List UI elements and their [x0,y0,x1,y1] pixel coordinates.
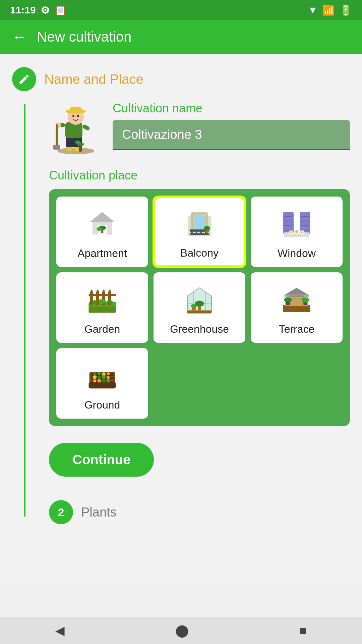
main-content: Name and Place [0,54,362,584]
svg-point-90 [93,372,97,375]
bottom-step-label: Plants [81,505,117,520]
garden-icon [87,285,117,320]
place-balcony[interactable]: Balcony [154,197,245,267]
pencil-icon [18,73,30,85]
status-time: 11:19 [10,4,36,16]
nav-bar: ◀ ⬤ ■ [0,617,362,644]
battery-icon: 🔋 [340,4,352,16]
svg-point-63 [92,300,98,304]
garden-label: Garden [84,323,120,335]
status-right: ▼ 📶 🔋 [308,4,352,16]
svg-point-17 [75,141,80,144]
svg-marker-60 [102,289,105,292]
step-circle-2: 2 [49,500,73,524]
svg-point-34 [204,226,210,231]
svg-point-42 [295,230,298,233]
cultivation-place-grid: Apartment [49,189,350,426]
balcony-icon [184,209,215,244]
ground-label: Ground [84,399,120,411]
svg-rect-9 [53,145,60,150]
step-row: Name and Place [12,67,350,91]
nav-recent-button[interactable]: ■ [299,624,307,638]
svg-marker-77 [284,288,310,296]
svg-marker-56 [90,289,93,292]
svg-rect-85 [289,296,304,299]
status-bar: 11:19 ⚙ 📋 ▼ 📶 🔋 [0,0,362,20]
svg-point-76 [191,304,197,308]
greenhouse-icon [184,285,215,320]
svg-point-14 [77,115,79,117]
terrace-label: Terrace [279,323,315,335]
svg-point-23 [97,227,102,231]
cultivation-name-label: Cultivation name [113,101,350,115]
svg-point-13 [72,115,74,117]
svg-point-94 [93,375,97,379]
svg-rect-6 [82,124,90,131]
app-bar: ← New cultivation [0,20,362,54]
settings-icon: ⚙ [41,4,50,16]
bottom-step-row: 2 Plants [49,500,350,524]
svg-point-98 [93,379,96,382]
place-terrace[interactable]: Terrace [251,272,343,343]
svg-point-64 [99,299,106,304]
nav-back-button[interactable]: ◀ [55,624,65,638]
place-garden[interactable]: Garden [56,272,148,343]
svg-point-100 [102,380,105,383]
step-circle-1 [12,67,36,91]
name-field-group: Cultivation name [113,101,350,150]
svg-point-99 [97,379,101,383]
terrace-icon [282,285,312,320]
svg-point-101 [106,379,110,383]
place-greenhouse[interactable]: Greenhouse [154,272,245,343]
step-line [24,104,25,517]
place-apartment[interactable]: Apartment [56,197,148,267]
clipboard-icon: 📋 [54,4,67,16]
place-ground[interactable]: Ground [56,348,148,419]
name-section: Cultivation name [49,101,350,155]
cultivation-name-input[interactable] [113,120,350,150]
cultivation-place-label: Cultivation place [49,168,350,182]
svg-point-96 [102,375,106,379]
svg-marker-58 [96,289,99,292]
svg-marker-62 [108,289,111,292]
svg-rect-12 [70,107,82,113]
nav-home-button[interactable]: ⬤ [175,624,189,638]
status-left: 11:19 ⚙ 📋 [10,4,67,16]
svg-rect-8 [56,124,58,148]
svg-point-95 [98,376,101,379]
form-area: Cultivation name Cultivation place [49,101,350,524]
window-icon [282,209,312,244]
svg-point-97 [107,376,110,379]
apartment-icon [87,209,117,244]
continue-button[interactable]: Continue [49,443,154,477]
place-window[interactable]: Window [251,197,343,267]
svg-rect-32 [190,233,209,235]
signal-icon: 📶 [322,4,335,16]
svg-point-41 [290,231,292,233]
back-button[interactable]: ← [12,30,27,44]
svg-point-65 [107,300,113,304]
apartment-label: Apartment [77,247,127,260]
svg-point-91 [98,372,101,375]
svg-rect-102 [89,382,116,388]
svg-rect-79 [283,305,310,312]
svg-point-93 [107,372,110,375]
balcony-label: Balcony [180,247,219,259]
svg-rect-72 [187,311,212,314]
svg-point-43 [301,231,304,233]
svg-marker-18 [90,212,114,222]
wifi-icon: ▼ [308,4,318,16]
farmer-illustration [49,101,103,155]
ground-icon [87,361,117,395]
window-label: Window [278,247,316,260]
greenhouse-label: Greenhouse [170,323,229,335]
step-label: Name and Place [44,72,143,87]
app-title: New cultivation [37,29,131,45]
